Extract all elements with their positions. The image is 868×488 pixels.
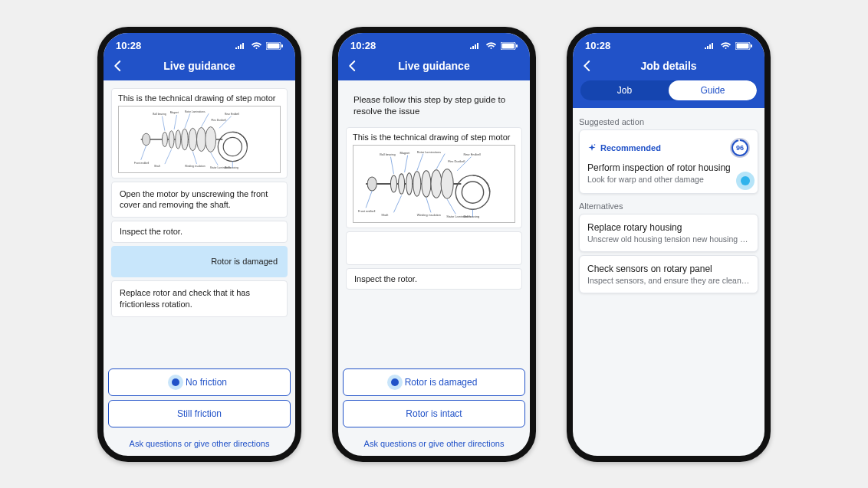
- response-buttons: No friction Still friction: [104, 362, 295, 433]
- battery-icon: [501, 42, 518, 50]
- phone-screen-1: 10:28 Live guidance This is the technica…: [97, 27, 301, 462]
- rotor-damaged-button[interactable]: Rotor is damaged: [343, 368, 525, 396]
- job-details-content[interactable]: Suggested action Recommended 96 Perform …: [573, 108, 764, 456]
- back-button[interactable]: [111, 59, 125, 73]
- cellular-signal-icon: [704, 42, 716, 50]
- action-subtitle: Unscrew old housing tension new housing …: [587, 234, 750, 244]
- app-header: Job details: [573, 54, 764, 80]
- svg-rect-34: [268, 43, 280, 48]
- chat-content[interactable]: Please follow this step by step guide to…: [338, 80, 530, 362]
- wifi-icon: [251, 42, 262, 50]
- drawing-card: This is the technical drawing of step mo…: [111, 88, 288, 178]
- phone-screen-2: 10:28 Live guidance Please follow this s…: [332, 27, 536, 462]
- sparkle-icon: [587, 143, 597, 152]
- user-response-selected: Rotor is damaged: [111, 246, 288, 277]
- active-indicator-icon: [172, 378, 179, 386]
- alternative-action-card[interactable]: Replace rotary housing Unscrew old housi…: [579, 214, 758, 252]
- back-button[interactable]: [580, 59, 594, 73]
- status-icons: [235, 42, 283, 50]
- active-indicator-icon: [391, 378, 399, 386]
- status-bar: 10:28: [104, 33, 295, 54]
- button-label: No friction: [186, 377, 227, 388]
- no-friction-button[interactable]: No friction: [108, 368, 291, 396]
- motor-diagram-image: [353, 145, 515, 223]
- status-icons: [704, 42, 752, 50]
- alternative-action-card[interactable]: Check sensors on rotary panel Inspect se…: [579, 255, 758, 293]
- app-header: Live guidance: [338, 54, 530, 80]
- battery-icon: [266, 42, 283, 50]
- header-title: Live guidance: [360, 60, 508, 72]
- action-title: Check sensors on rotary panel: [587, 264, 750, 274]
- button-label: Rotor is intact: [406, 408, 462, 419]
- recommended-label: Recommended: [600, 143, 661, 152]
- svg-rect-41: [751, 44, 752, 47]
- action-subtitle: Look for warp and other damage: [587, 175, 750, 184]
- svg-rect-38: [516, 44, 518, 47]
- svg-rect-40: [737, 43, 749, 48]
- action-title: Perform inspection of rotor housing: [587, 162, 750, 173]
- svg-rect-37: [502, 43, 515, 48]
- action-title: Replace rotary housing: [587, 222, 750, 233]
- confidence-score: 96: [730, 138, 750, 158]
- status-bar: 10:28: [338, 33, 530, 54]
- cellular-signal-icon: [235, 42, 247, 50]
- cellular-signal-icon: [469, 42, 482, 50]
- step-inspect-rotor: Inspect the rotor.: [111, 221, 288, 243]
- wifi-icon: [720, 42, 732, 50]
- status-time: 10:28: [350, 40, 376, 51]
- svg-rect-35: [281, 44, 283, 47]
- status-icons: [469, 42, 518, 50]
- tab-bar: Job Guide: [573, 80, 764, 108]
- step-open-motor: Open the motor by unscrewing the front c…: [111, 182, 288, 218]
- response-buttons: Rotor is damaged Rotor is intact: [338, 362, 530, 433]
- header-title: Live guidance: [125, 60, 274, 72]
- wifi-icon: [485, 42, 497, 50]
- section-suggested-action: Suggested action: [579, 117, 758, 126]
- recommended-badge: Recommended: [587, 143, 661, 152]
- button-label: Still friction: [177, 408, 222, 419]
- drawing-caption: This is the technical drawing of step mo…: [353, 133, 515, 142]
- chat-content[interactable]: This is the technical drawing of step mo…: [104, 80, 295, 362]
- still-friction-button[interactable]: Still friction: [108, 400, 291, 427]
- back-button[interactable]: [346, 59, 360, 73]
- ask-questions-link[interactable]: Ask questions or give other directions: [104, 433, 295, 456]
- motor-diagram-image: [118, 106, 281, 173]
- status-time: 10:28: [116, 40, 141, 51]
- battery-icon: [735, 42, 752, 50]
- status-time: 10:28: [585, 40, 610, 51]
- phone-screen-3: 10:28 Job details Job Guide Suggested ac…: [567, 27, 771, 462]
- app-header: Live guidance: [104, 54, 295, 80]
- header-title: Job details: [594, 60, 743, 72]
- recommended-action-card[interactable]: Recommended 96 Perform inspection of rot…: [579, 129, 758, 194]
- tab-guide[interactable]: Guide: [669, 80, 757, 100]
- drawing-caption: This is the technical drawing of step mo…: [118, 93, 281, 103]
- section-alternatives: Alternatives: [579, 201, 758, 211]
- button-label: Rotor is damaged: [405, 377, 478, 388]
- tab-job[interactable]: Job: [580, 80, 669, 100]
- highlight-indicator-icon: [741, 176, 750, 185]
- step-replace-rotor: Replace rotor and check that it has fric…: [111, 280, 288, 317]
- action-subtitle: Inspect sensors, and ensure they are cle…: [587, 276, 750, 285]
- drawing-card: This is the technical drawing of step mo…: [346, 127, 522, 228]
- ask-questions-link[interactable]: Ask questions or give other directions: [338, 433, 530, 456]
- empty-step-card: [346, 231, 522, 265]
- rotor-intact-button[interactable]: Rotor is intact: [343, 400, 525, 427]
- status-bar: 10:28: [573, 33, 764, 54]
- intro-text: Please follow this step by step guide to…: [346, 88, 522, 124]
- step-inspect-rotor: Inspect the rotor.: [346, 268, 522, 290]
